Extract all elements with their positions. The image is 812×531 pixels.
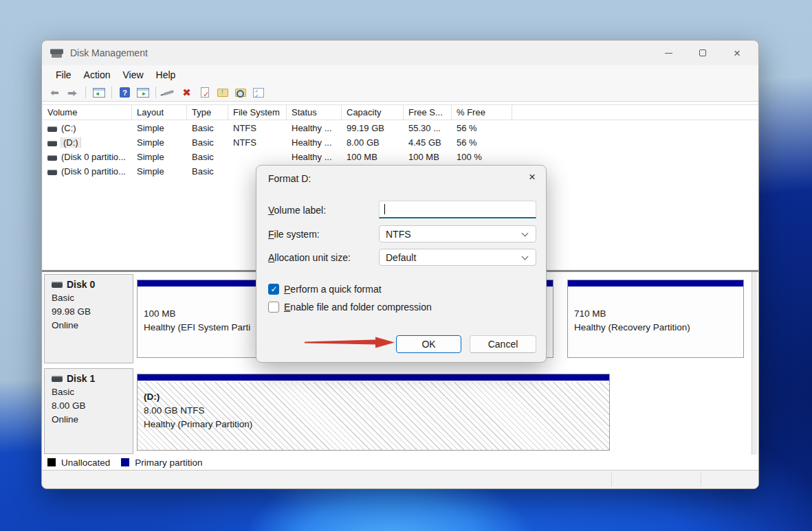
explore-folder-button[interactable] [233, 86, 248, 100]
close-icon: × [529, 170, 536, 183]
disk0-label-panel[interactable]: Disk 0 Basic 99.98 GB Online [44, 274, 133, 363]
delete-volume-button[interactable]: ✖ [179, 86, 194, 100]
cell-capacity: 100 MB [342, 152, 404, 162]
cell-file-system: NTFS [228, 123, 287, 133]
chevron-down-icon [522, 253, 529, 260]
cell-pct-free: 100 % [452, 152, 512, 162]
partition-color-bar [138, 374, 609, 381]
delete-icon: ✖ [182, 87, 191, 98]
cell-capacity: 99.19 GB [342, 123, 404, 133]
disk-kind: Basic [52, 291, 133, 305]
column-header-type[interactable]: Type [187, 105, 228, 120]
file-system-select[interactable]: NTFS [379, 225, 536, 242]
menu-bar: File Action View Help [42, 65, 758, 84]
column-header-volume[interactable]: Volume [43, 105, 132, 120]
chevron-down-icon [522, 230, 529, 237]
compression-checkbox-row[interactable]: Enable file and folder compression [268, 302, 432, 313]
column-header-status[interactable]: Status [287, 105, 342, 120]
column-header-free-space[interactable]: Free S... [404, 105, 452, 120]
legend-primary-partition-label: Primary partition [135, 457, 202, 468]
volume-row-disk0-partition1[interactable]: (Disk 0 partitio... Simple Basic Healthy… [43, 150, 759, 164]
show-console-tree-button[interactable]: ◄ [91, 86, 106, 100]
volume-list-header: Volume Layout Type File System Status Ca… [43, 104, 759, 120]
cell-free-space: 4.45 GB [404, 137, 452, 148]
maximize-button[interactable] [685, 41, 720, 65]
quick-format-checkbox-row[interactable]: Perform a quick format [268, 284, 382, 295]
action-pane-icon: ► [137, 88, 149, 98]
open-folder-button[interactable] [215, 86, 230, 100]
column-header-capacity[interactable]: Capacity [342, 105, 404, 120]
quick-format-checkbox[interactable] [268, 284, 279, 295]
menu-file[interactable]: File [50, 67, 78, 82]
partition-size: 710 MB [574, 307, 743, 321]
status-bar [42, 471, 758, 488]
volume-row-d-selected[interactable]: (D:) Simple Basic NTFS Healthy ... 8.00 … [43, 135, 759, 150]
volume-label-input[interactable] [379, 201, 536, 218]
dialog-close-button[interactable]: × [529, 171, 536, 183]
partition-letter: (D:) [144, 390, 609, 404]
menu-action[interactable]: Action [78, 67, 117, 82]
toolbar-separator [111, 87, 112, 98]
column-header-file-system[interactable]: File System [228, 105, 287, 120]
partition-status: Healthy (Recovery Partition) [574, 321, 743, 335]
forward-button[interactable]: ⮕ [65, 86, 80, 100]
compression-label: Enable file and folder compression [284, 302, 432, 313]
column-header-layout[interactable]: Layout [132, 105, 187, 120]
disk-icon [52, 376, 63, 382]
menu-help[interactable]: Help [150, 67, 182, 82]
cell-free-space: 100 MB [404, 152, 452, 162]
compression-checkbox[interactable] [268, 302, 279, 313]
volume-name: (C:) [61, 123, 76, 133]
disk-kind: Basic [52, 385, 133, 399]
cancel-button[interactable]: Cancel [470, 335, 536, 353]
tools-icon [164, 89, 175, 95]
disk-status: Online [52, 413, 133, 427]
cell-status: Healthy ... [287, 123, 342, 133]
toolbar: ⬅ ⮕ ◄ ? ► ✖ ✓✓ [42, 84, 758, 102]
quick-format-label: Perform a quick format [284, 284, 382, 295]
vertical-scrollbar[interactable] [751, 272, 757, 455]
task-check-button[interactable] [197, 86, 212, 100]
cell-pct-free: 56 % [452, 137, 512, 148]
ok-button[interactable]: OK [396, 335, 461, 353]
allocation-unit-value: Default [386, 252, 416, 263]
toolbar-separator [155, 87, 156, 98]
disk1-partition-d[interactable]: (D:) 8.00 GB NTFS Healthy (Primary Parti… [137, 374, 610, 451]
minimize-button[interactable] [651, 41, 685, 65]
show-action-pane-button[interactable]: ► [135, 86, 150, 100]
volume-row-c[interactable]: (C:) Simple Basic NTFS Healthy ... 99.19… [43, 121, 759, 135]
disk1-label-panel[interactable]: Disk 1 Basic 8.00 GB Online [44, 368, 133, 454]
disk-name: Disk 1 [67, 373, 95, 384]
volume-name: (Disk 0 partitio... [61, 152, 126, 162]
disk-size: 8.00 GB [52, 399, 133, 413]
close-button[interactable]: × [720, 41, 754, 65]
volume-name: (Disk 0 partitio... [61, 166, 126, 177]
menu-view[interactable]: View [116, 67, 149, 82]
properties-button[interactable]: ✓✓ [251, 86, 265, 100]
volume-label-label: Volume label: [268, 205, 326, 216]
text-caret [384, 204, 385, 214]
explore-folder-icon [235, 89, 246, 97]
allocation-unit-select[interactable]: Default [379, 249, 536, 266]
column-header-pct-free[interactable]: % Free [452, 105, 512, 120]
cell-free-space: 55.30 ... [404, 123, 452, 133]
disk-size: 99.98 GB [52, 305, 133, 319]
cell-capacity: 8.00 GB [342, 137, 404, 148]
volume-icon [47, 170, 57, 175]
format-dialog: Format D: × Volume label: File system: N… [256, 165, 547, 363]
disk-icon [52, 282, 63, 288]
tools-button[interactable] [162, 86, 176, 100]
disk-status: Online [52, 319, 133, 332]
cell-layout: Simple [132, 166, 187, 177]
minimize-icon [665, 53, 672, 54]
cell-pct-free: 56 % [452, 123, 512, 133]
help-button[interactable]: ? [118, 86, 132, 100]
properties-checklist-icon: ✓✓ [253, 88, 264, 98]
cell-type: Basic [187, 166, 228, 177]
back-button[interactable]: ⬅ [47, 86, 62, 100]
console-tree-icon: ◄ [93, 88, 105, 98]
column-header-filler [512, 105, 759, 120]
back-icon: ⬅ [50, 87, 59, 98]
disk0-partition-recovery[interactable]: 710 MB Healthy (Recovery Partition) [567, 280, 744, 358]
disk-management-app-icon [50, 47, 64, 58]
